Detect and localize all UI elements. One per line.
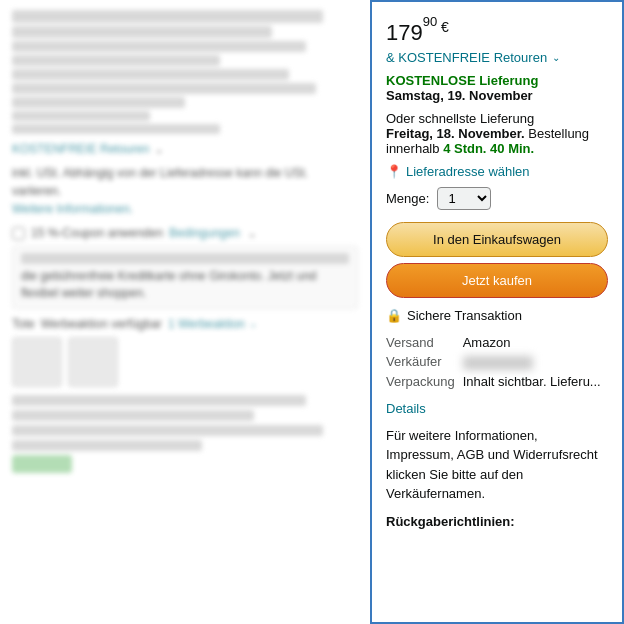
verpackung-value: Inhalt sichtbar. Lieferu... <box>463 372 608 391</box>
secure-transaction-row: 🔒 Sichere Transaktion <box>386 308 608 323</box>
werbe-text: Werbeaktion verfügbar <box>41 317 162 331</box>
coupon-conditions-link[interactable]: Bedingungen <box>169 226 240 240</box>
shipping-info-table: Versand Amazon Verkäufer Verpackung Inha… <box>386 333 608 391</box>
menge-row: Menge: 1 2 3 4 5 <box>386 187 608 210</box>
details-link[interactable]: Details <box>386 401 608 416</box>
info-text: Für weitere Informationen, Impressum, AG… <box>386 426 608 504</box>
werbe-chevron: ⌄ <box>249 318 257 329</box>
table-row: Verkäufer <box>386 352 608 372</box>
verkaeufer-value <box>463 352 608 372</box>
coupon-row: 15 %-Coupon anwenden Bedingungen ⌄ <box>12 226 358 240</box>
time-remaining: 4 Stdn. 40 Min. <box>443 141 534 156</box>
right-panel: 17990 € & KOSTENFREIE Retouren ⌄ KOSTENL… <box>370 0 624 624</box>
werbe-row: Tote Werbeaktion verfügbar 1 Werbeaktion… <box>12 317 358 331</box>
table-row: Versand Amazon <box>386 333 608 352</box>
rueckgabe-title: Rückgaberichtlinien: <box>386 514 608 529</box>
werbeaktion-link[interactable]: 1 Werbeaktion ⌄ <box>168 317 257 331</box>
kreditkarte-section: die gebührenfreie Kreditkarte ohne Girok… <box>12 246 358 309</box>
add-to-cart-button[interactable]: In den Einkaufswagen <box>386 222 608 257</box>
delivery-date-2: Freitag, 18. November. <box>386 126 525 141</box>
versand-label: Versand <box>386 333 463 352</box>
left-kostenfreie[interactable]: KOSTENFREIE Retouren <box>12 142 149 156</box>
kostenfreie-retouren-link[interactable]: & KOSTENFREIE Retouren ⌄ <box>386 50 608 65</box>
tote-label: Tote <box>12 317 35 331</box>
price-cents: 90 € <box>423 19 449 35</box>
kreditkarte-text: die gebührenfreie Kreditkarte ohne Girok… <box>21 269 317 300</box>
product-thumb-1[interactable] <box>12 337 62 387</box>
delivery-free-label: KOSTENLOSE Lieferung <box>386 73 608 88</box>
left-kostenfreie-chevron: ⌄ <box>155 144 163 155</box>
location-icon: 📍 <box>386 164 402 179</box>
kostenfreie-label: & KOSTENFREIE Retouren <box>386 50 547 65</box>
location-link[interactable]: Lieferadresse wählen <box>406 164 530 179</box>
table-row: Verpackung Inhalt sichtbar. Lieferu... <box>386 372 608 391</box>
product-thumb-2[interactable] <box>68 337 118 387</box>
lock-icon: 🔒 <box>386 308 402 323</box>
coupon-chevron: ⌄ <box>248 228 256 239</box>
product-images <box>12 337 358 387</box>
location-row: 📍 Lieferadresse wählen <box>386 164 608 179</box>
ust-text: inkl. USt. Abhängig von der Lieferadress… <box>12 166 308 198</box>
coupon-text: 15 %-Coupon anwenden <box>31 226 163 240</box>
verpackung-label: Verpackung <box>386 372 463 391</box>
buy-now-button[interactable]: Jetzt kaufen <box>386 263 608 298</box>
secure-label: Sichere Transaktion <box>407 308 522 323</box>
menge-select[interactable]: 1 2 3 4 5 <box>437 187 491 210</box>
verkaeufer-label: Verkäufer <box>386 352 463 372</box>
oder-lieferung: Oder schnellste Lieferung Freitag, 18. N… <box>386 111 608 156</box>
left-panel: KOSTENFREIE Retouren ⌄ inkl. USt. Abhäng… <box>0 0 370 624</box>
menge-label: Menge: <box>386 191 429 206</box>
weitere-info-link[interactable]: Weitere Informationen. <box>12 202 133 216</box>
delivery-date-1: Samstag, 19. November <box>386 88 608 103</box>
versand-value: Amazon <box>463 333 608 352</box>
price-integer: 179 <box>386 20 423 45</box>
delivery-section: KOSTENLOSE Lieferung Samstag, 19. Novemb… <box>386 73 608 103</box>
kostenfreie-chevron: ⌄ <box>552 52 560 63</box>
coupon-checkbox[interactable] <box>12 227 25 240</box>
seller-name-blurred <box>463 356 533 370</box>
price-display: 17990 € <box>386 14 608 46</box>
